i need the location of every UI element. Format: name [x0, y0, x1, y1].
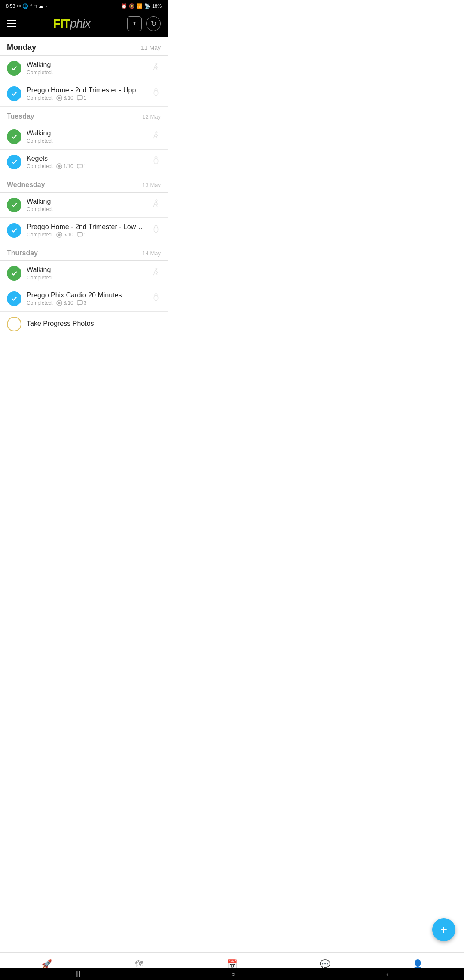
check-circle-thu-3: [7, 317, 21, 331]
workout-info-thu-2: Preggo Phix Cardio 20 Minutes Completed.…: [27, 291, 146, 306]
day-header-thursday: Thursday 14 May: [0, 243, 168, 261]
workout-rating: 6/10: [56, 232, 73, 238]
day-name-wednesday: Wednesday: [7, 181, 45, 189]
workout-name-tue-2: Kegels: [27, 155, 146, 162]
workout-info-thu-3: Take Progress Photos: [27, 320, 156, 328]
mute-icon: 🔕: [129, 3, 135, 9]
workout-status: Completed.: [27, 95, 53, 101]
cloud-icon: ☁: [39, 3, 43, 9]
app-logo: FITphix: [53, 17, 90, 31]
workout-meta-mon-1: Completed.: [27, 70, 146, 76]
workout-row-mon-2[interactable]: Preggo Home - 2nd Trimester - Upper Bo… …: [0, 81, 168, 107]
workout-row-thu-1[interactable]: Walking Completed.: [0, 261, 168, 286]
workout-row-wed-1[interactable]: Walking Completed.: [0, 193, 168, 218]
app-header: FITphix T ↻: [0, 12, 168, 37]
workout-type-icon-wed-1: [151, 199, 161, 211]
menu-button[interactable]: [7, 20, 16, 27]
workout-meta-mon-2: Completed. 6/10 1: [27, 95, 146, 101]
check-circle-tue-2: [7, 155, 21, 169]
day-name-tuesday: Tuesday: [7, 113, 34, 120]
workout-status: Completed.: [27, 300, 53, 306]
svg-rect-7: [77, 164, 82, 168]
svg-point-14: [58, 302, 61, 304]
wifi-icon: 📶: [137, 3, 143, 9]
workout-meta-wed-2: Completed. 6/10 1: [27, 232, 146, 238]
workout-name-thu-2: Preggo Phix Cardio 20 Minutes: [27, 291, 146, 299]
workout-row-thu-2[interactable]: Preggo Phix Cardio 20 Minutes Completed.…: [0, 286, 168, 312]
svg-rect-3: [77, 96, 82, 100]
refresh-button[interactable]: ↻: [146, 16, 161, 31]
workout-info-tue-2: Kegels Completed. 1/10 1: [27, 155, 146, 169]
workout-type-icon-mon-2: [151, 88, 161, 100]
world-icon: 🌐: [22, 3, 28, 9]
workout-info-thu-1: Walking Completed.: [27, 266, 146, 281]
day-header-monday: Monday 11 May: [0, 37, 168, 56]
svg-point-4: [156, 132, 157, 133]
status-left: 8:53 ✉ 🌐 f ◻ ☁ •: [6, 3, 47, 9]
day-name-thursday: Thursday: [7, 249, 38, 257]
calendar-today-icon: T: [133, 21, 136, 26]
time: 8:53: [6, 3, 15, 9]
workout-rating: 6/10: [56, 95, 73, 101]
day-date-tuesday: 12 May: [142, 113, 161, 120]
workout-row-thu-3[interactable]: Take Progress Photos: [0, 312, 168, 337]
svg-point-0: [156, 63, 157, 65]
workout-row-wed-2[interactable]: Preggo Home - 2nd Trimester - Lower Bo… …: [0, 218, 168, 243]
check-circle-thu-2: [7, 291, 21, 306]
workout-meta-wed-1: Completed.: [27, 206, 146, 212]
alarm-icon: ⏰: [121, 3, 127, 9]
workout-status: Completed.: [27, 232, 53, 238]
calendar-today-button[interactable]: T: [127, 16, 142, 31]
signal-icon: 📡: [144, 3, 150, 9]
workout-meta-thu-2: Completed. 6/10 3: [27, 300, 146, 306]
svg-point-12: [156, 268, 157, 270]
workout-comments: 3: [77, 300, 87, 306]
workout-row-mon-1[interactable]: Walking Completed.: [0, 56, 168, 81]
workout-name-thu-1: Walking: [27, 266, 146, 274]
logo-phix: phix: [70, 17, 90, 31]
workout-name-wed-1: Walking: [27, 198, 146, 205]
battery: 18%: [152, 3, 162, 9]
check-circle-wed-1: [7, 198, 21, 212]
workout-type-icon-tue-1: [151, 131, 161, 143]
svg-point-2: [58, 97, 61, 99]
day-date-thursday: 14 May: [142, 250, 161, 257]
workout-type-icon-thu-1: [151, 267, 161, 279]
workout-row-tue-2[interactable]: Kegels Completed. 1/10 1: [0, 150, 168, 175]
status-right: ⏰ 🔕 📶 📡 18%: [121, 3, 162, 9]
workout-row-tue-1[interactable]: Walking Completed.: [0, 124, 168, 150]
main-content: Monday 11 May Walking Completed. Preggo …: [0, 37, 168, 337]
workout-comments: 1: [77, 95, 87, 101]
svg-point-10: [58, 233, 61, 236]
workout-name-tue-1: Walking: [27, 129, 146, 137]
gmail-icon: ✉: [17, 3, 21, 9]
workout-status: Completed.: [27, 275, 53, 281]
workout-status: Completed.: [27, 206, 53, 212]
svg-point-6: [58, 165, 61, 167]
workout-comments: 1: [77, 163, 87, 169]
status-bar: 8:53 ✉ 🌐 f ◻ ☁ • ⏰ 🔕 📶 📡 18%: [0, 0, 168, 12]
svg-rect-11: [77, 233, 82, 236]
workout-name-thu-3: Take Progress Photos: [27, 320, 156, 328]
refresh-icon: ↻: [151, 20, 156, 28]
workout-name-wed-2: Preggo Home - 2nd Trimester - Lower Bo…: [27, 223, 146, 231]
check-circle-wed-2: [7, 223, 21, 238]
check-circle-mon-2: [7, 86, 21, 101]
instagram-icon: ◻: [33, 3, 37, 9]
day-date-monday: 11 May: [141, 44, 161, 51]
workout-info-mon-2: Preggo Home - 2nd Trimester - Upper Bo… …: [27, 86, 146, 101]
logo-fit: FIT: [53, 17, 70, 31]
workout-type-icon-wed-2: [151, 224, 161, 236]
workout-rating: 6/10: [56, 300, 73, 306]
workout-type-icon-mon-1: [151, 62, 161, 74]
workout-comments: 1: [77, 232, 87, 238]
workout-info-mon-1: Walking Completed.: [27, 61, 146, 76]
workout-meta-tue-1: Completed.: [27, 138, 146, 144]
check-circle-mon-1: [7, 61, 21, 76]
workout-info-wed-2: Preggo Home - 2nd Trimester - Lower Bo… …: [27, 223, 146, 238]
dot-icon: •: [45, 3, 47, 9]
workout-status: Completed.: [27, 138, 53, 144]
day-header-tuesday: Tuesday 12 May: [0, 107, 168, 124]
svg-rect-15: [77, 301, 82, 305]
workout-meta-thu-1: Completed.: [27, 275, 146, 281]
